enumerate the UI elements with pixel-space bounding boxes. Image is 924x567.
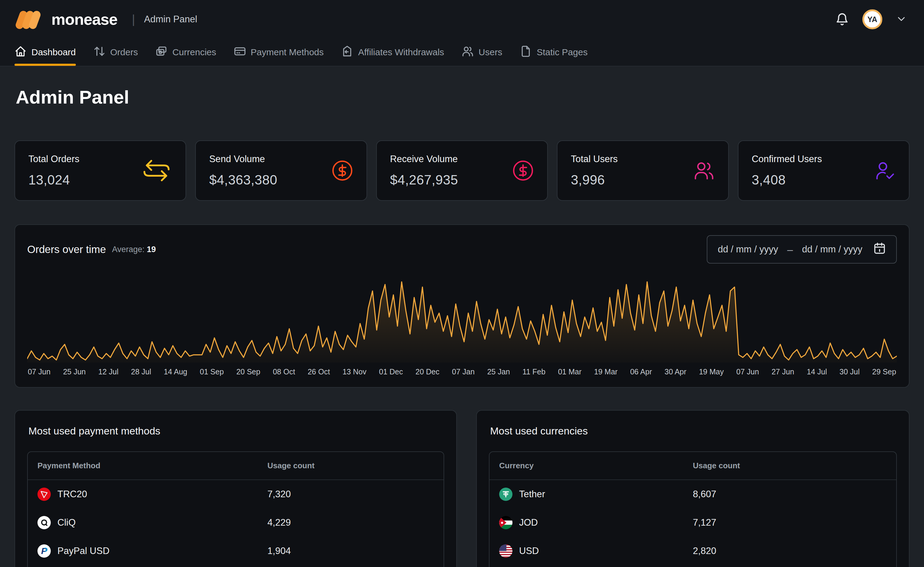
nav-item-label: Currencies: [172, 47, 216, 57]
notifications-button[interactable]: [835, 12, 849, 27]
chevron-down-icon: [895, 13, 907, 26]
currencies-table: CurrencyUsage countTether8,607JOD7,127US…: [489, 452, 897, 567]
table-row: TRC207,320: [28, 480, 444, 508]
account-menu-button[interactable]: [895, 13, 907, 26]
chart-x-axis-labels: 07 Jun25 Jun12 Jul28 Jul14 Aug01 Sep20 S…: [27, 368, 897, 376]
x-tick-label: 01 Sep: [200, 368, 224, 376]
calendar-icon[interactable]: [871, 242, 886, 257]
orders-line-chart: [27, 272, 897, 363]
x-tick-label: 30 Jul: [840, 368, 860, 376]
nav-item-orders[interactable]: Orders: [93, 39, 138, 66]
table-header-row: CurrencyUsage count: [489, 452, 896, 480]
x-tick-label: 27 Jun: [771, 368, 794, 376]
nav-item-dashboard[interactable]: Dashboard: [15, 39, 76, 66]
x-tick-label: 01 Dec: [379, 368, 403, 376]
page: Admin Panel Total Orders13,024Send Volum…: [0, 86, 924, 567]
tron-icon: [38, 488, 51, 501]
date-range-separator: –: [787, 244, 793, 255]
x-tick-label: 07 Jan: [452, 368, 475, 376]
x-tick-label: 25 Jun: [63, 368, 86, 376]
x-tick-label: 19 Mar: [594, 368, 618, 376]
stat-value: 3,408: [752, 172, 822, 188]
nav-item-payment-methods[interactable]: Payment Methods: [234, 39, 324, 66]
arrows-up-down-icon: [93, 45, 105, 60]
table-header-row: Payment MethodUsage count: [28, 452, 444, 480]
chart-title: Orders over time: [27, 243, 106, 255]
usage-count: 7,320: [268, 489, 434, 500]
stats-row: Total Orders13,024Send Volume$4,363,380R…: [15, 140, 909, 201]
x-tick-label: 14 Aug: [164, 368, 187, 376]
x-tick-label: 30 Apr: [664, 368, 686, 376]
x-tick-label: 08 Oct: [273, 368, 295, 376]
usage-count: 8,607: [693, 489, 886, 500]
user-check-icon: [874, 160, 895, 182]
column-header: Usage count: [693, 461, 886, 470]
stat-label: Total Orders: [29, 154, 80, 165]
nav-item-affiliates-withdrawals[interactable]: Affiliates Withdrawals: [341, 39, 444, 66]
nav-item-label: Affiliates Withdrawals: [358, 47, 444, 57]
table-row: 1,483: [28, 565, 444, 567]
users-icon: [693, 160, 715, 182]
page-title: Admin Panel: [16, 86, 909, 108]
circle-dollar-icon: [512, 160, 534, 182]
stat-value: 13,024: [29, 172, 80, 188]
top-bar: monease | Admin Panel YA: [0, 0, 924, 39]
usage-count: 7,127: [693, 517, 886, 528]
name-cell: USD: [499, 544, 693, 558]
brand-logo[interactable]: monease | Admin Panel: [17, 8, 197, 31]
cliq-icon: [38, 516, 51, 529]
row-name: PayPal USD: [57, 546, 109, 556]
chart-average-value: 19: [147, 245, 156, 254]
chart-average: Average: 19: [112, 245, 156, 254]
circle-dollar-icon: [331, 160, 353, 182]
column-header: Currency: [499, 461, 693, 470]
date-end-placeholder[interactable]: dd / mm / yyyy: [802, 244, 862, 255]
home-icon: [15, 45, 27, 60]
flag-usa-icon: [499, 544, 512, 558]
x-tick-label: 25 Jan: [487, 368, 510, 376]
usage-count: 2,820: [693, 546, 886, 556]
x-tick-label: 13 Nov: [342, 368, 366, 376]
main-nav: DashboardOrdersCurrenciesPayment Methods…: [0, 39, 924, 66]
table-row: Tether8,607: [489, 480, 896, 508]
brand-divider: |: [132, 13, 135, 26]
table-row: CliQ4,229: [28, 508, 444, 537]
x-tick-label: 12 Jul: [98, 368, 119, 376]
nav-item-label: Payment Methods: [251, 47, 324, 57]
flag-jordan-icon: [499, 516, 512, 529]
nav-item-label: Orders: [110, 47, 138, 57]
x-tick-label: 20 Sep: [236, 368, 260, 376]
nav-item-users[interactable]: Users: [462, 39, 502, 66]
currencies-title: Most used currencies: [490, 425, 897, 437]
nav-item-label: Users: [479, 47, 502, 57]
users-icon: [462, 45, 474, 60]
banknotes-icon: [155, 45, 167, 60]
payment-methods-title: Most used payment methods: [29, 425, 444, 437]
name-cell: PPPayPal USD: [38, 544, 268, 558]
nav-item-static-pages[interactable]: Static Pages: [520, 39, 587, 66]
stat-value: $4,363,380: [209, 172, 277, 188]
name-cell: Tether: [499, 488, 693, 501]
tether-icon: [499, 488, 512, 501]
bell-icon: [835, 12, 849, 27]
stat-label: Confirmed Users: [752, 154, 822, 165]
table-row: JOD7,127: [489, 508, 896, 537]
name-cell: JOD: [499, 516, 693, 529]
currencies-card: Most used currencies CurrencyUsage count…: [476, 410, 909, 567]
date-start-placeholder[interactable]: dd / mm / yyyy: [718, 244, 778, 255]
x-tick-label: 07 Jun: [736, 368, 759, 376]
table-row: PPPayPal USD1,904: [28, 537, 444, 565]
nav-item-currencies[interactable]: Currencies: [155, 39, 216, 66]
x-tick-label: 28 Jul: [131, 368, 151, 376]
x-tick-label: 06 Apr: [630, 368, 652, 376]
table-row: USD2,820: [489, 537, 896, 565]
stat-label: Send Volume: [209, 154, 277, 165]
paypal-icon: PP: [38, 544, 51, 558]
date-range-input[interactable]: dd / mm / yyyy – dd / mm / yyyy: [707, 235, 897, 264]
column-header: Usage count: [268, 461, 434, 470]
row-name: JOD: [519, 517, 538, 528]
x-tick-label: 20 Dec: [415, 368, 439, 376]
stat-label: Receive Volume: [390, 154, 458, 165]
x-tick-label: 19 May: [699, 368, 724, 376]
avatar[interactable]: YA: [862, 9, 882, 29]
